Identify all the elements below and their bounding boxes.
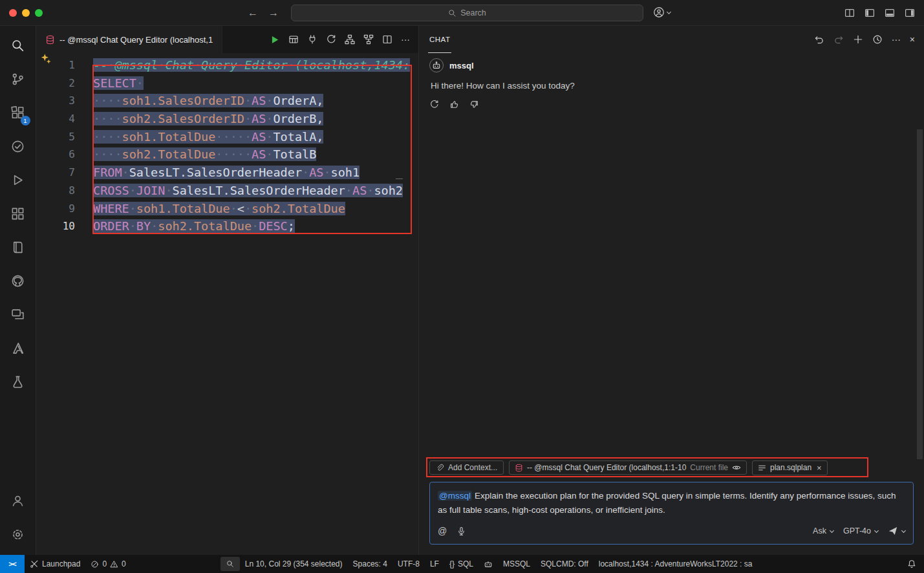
- sidebar-item-azure[interactable]: [3, 331, 34, 365]
- language-mode[interactable]: {} SQL: [444, 555, 478, 573]
- sidebar-item-book[interactable]: [3, 230, 34, 264]
- close-window-button[interactable]: [9, 9, 17, 17]
- estimated-plan-icon[interactable]: [326, 34, 336, 45]
- results-grid-icon[interactable]: [288, 34, 299, 45]
- chat-message: mssql Hi there! How can I assist you tod…: [429, 58, 914, 109]
- go-back-button[interactable]: ←: [248, 7, 258, 19]
- search-icon: [448, 9, 457, 17]
- model-selector[interactable]: GPT-4o: [843, 526, 878, 535]
- sidebar-item-github[interactable]: [3, 264, 34, 297]
- regenerate-icon[interactable]: [429, 100, 439, 109]
- toggle-primary-sidebar-icon[interactable]: [865, 8, 875, 18]
- new-chat-icon[interactable]: [853, 34, 863, 45]
- sidebar-item-extensions[interactable]: 1: [3, 96, 34, 129]
- copilot-status[interactable]: [478, 555, 498, 573]
- error-icon: [91, 560, 99, 568]
- accounts-icon: [11, 494, 25, 508]
- remote-indicator[interactable]: ><: [0, 555, 25, 573]
- redo-icon[interactable]: [833, 34, 844, 45]
- indentation[interactable]: Spaces: 4: [348, 555, 392, 573]
- copilot-sparkle-icon[interactable]: [40, 53, 52, 67]
- line-number: 4: [36, 110, 75, 128]
- message-actions: [429, 100, 914, 109]
- launchpad-item[interactable]: Launchpad: [25, 555, 85, 573]
- mention-button[interactable]: @: [438, 526, 447, 535]
- mode-selector[interactable]: Ask: [813, 526, 833, 535]
- chat-input-controls: @ Ask GPT-4o: [438, 523, 905, 539]
- chat-input[interactable]: @mssqlExplain the execution plan for the…: [429, 482, 914, 545]
- database-icon: [45, 35, 55, 45]
- eol[interactable]: LF: [425, 555, 444, 573]
- go-forward-button[interactable]: →: [268, 7, 279, 19]
- problems-item[interactable]: 0 0: [85, 555, 131, 573]
- chat-scrollbar[interactable]: [917, 129, 923, 459]
- sidebar-item-checklist[interactable]: [3, 129, 34, 163]
- chat-prompt-text[interactable]: @mssqlExplain the execution plan for the…: [438, 489, 905, 517]
- database-icon: [515, 464, 523, 472]
- sidebar-item-remote-explorer[interactable]: [3, 297, 34, 331]
- code-line: ····soh1.SalesOrderID·AS·OrderA,: [93, 92, 418, 110]
- connection-status[interactable]: localhost,1434 : AdventureWorksLT2022 : …: [594, 555, 758, 573]
- encoding[interactable]: UTF-8: [392, 555, 425, 573]
- sidebar-item-search[interactable]: [3, 28, 34, 62]
- editor-tab-bar: -- @mssql Chat Query Editor (localhost,1…: [36, 26, 418, 53]
- undo-icon[interactable]: [814, 34, 824, 45]
- search-placeholder: Search: [460, 8, 486, 17]
- run-query-button[interactable]: [269, 34, 280, 45]
- zoom-indicator[interactable]: [220, 557, 240, 571]
- code-line: --·@mssql·Chat·Query·Editor·(localhost,1…: [93, 56, 418, 74]
- accounts-button[interactable]: [3, 484, 34, 517]
- add-context-label: Add Context...: [448, 463, 497, 472]
- context-chip-current-file[interactable]: -- @mssql Chat Query Editor (localhost,1…: [509, 460, 747, 475]
- language-label: SQL: [458, 559, 473, 568]
- status-bar: >< Launchpad 0 0 Ln 10, Col 29 (354 sele…: [0, 555, 924, 573]
- thumbs-up-icon[interactable]: [449, 100, 459, 109]
- blocks-grid-icon: [11, 207, 25, 221]
- line-number: 10: [36, 217, 75, 235]
- sidebar-item-blocks[interactable]: [3, 197, 34, 230]
- schema-hierarchy-icon[interactable]: [345, 34, 355, 45]
- sqlcmd-status[interactable]: SQLCMD: Off: [535, 555, 594, 573]
- cursor-position[interactable]: Ln 10, Col 29 (354 selected): [240, 555, 348, 573]
- more-actions-button[interactable]: ···: [401, 35, 410, 44]
- account-menu[interactable]: [653, 6, 671, 18]
- minimize-window-button[interactable]: [22, 9, 30, 17]
- settings-button[interactable]: [3, 517, 34, 551]
- layout-columns-icon[interactable]: [844, 8, 855, 18]
- sidebar-item-run-and-debug[interactable]: [3, 163, 34, 197]
- braces-icon: {}: [449, 559, 455, 568]
- zoom-window-button[interactable]: [35, 9, 43, 17]
- sidebar-item-source-control[interactable]: [3, 62, 34, 96]
- toggle-panel-icon[interactable]: [885, 8, 895, 18]
- code-editor[interactable]: 12345678910 --·@mssql·Chat·Query·Editor·…: [36, 53, 418, 555]
- send-button[interactable]: [888, 526, 905, 536]
- mssql-status[interactable]: MSSQL: [498, 555, 535, 573]
- close-panel-button[interactable]: ×: [910, 35, 915, 44]
- split-editor-icon[interactable]: [382, 34, 392, 45]
- remove-chip-button[interactable]: ×: [817, 463, 822, 473]
- send-icon: [888, 526, 898, 536]
- chevron-down-icon: [901, 528, 906, 532]
- connection-plug-icon[interactable]: [307, 34, 317, 45]
- query-plan-icon[interactable]: [363, 34, 374, 45]
- code-lines: --·@mssql·Chat·Query·Editor·(localhost,1…: [93, 56, 418, 555]
- eye-icon[interactable]: [732, 463, 741, 472]
- sidebar-item-flask[interactable]: [3, 365, 34, 398]
- history-icon[interactable]: [872, 34, 883, 45]
- editor-tab[interactable]: -- @mssql Chat Query Editor (localhost,1: [36, 26, 222, 53]
- code-line: CROSS·JOIN·SalesLT.SalesOrderHeader·AS·s…: [93, 182, 418, 200]
- toggle-secondary-sidebar-icon[interactable]: [905, 8, 915, 18]
- tab-chat[interactable]: CHAT: [428, 26, 451, 53]
- chevron-down-icon: [667, 9, 671, 14]
- line-number: 3: [36, 92, 75, 110]
- more-actions-button[interactable]: ···: [892, 35, 901, 44]
- mention-chip: @mssql: [438, 491, 472, 501]
- thumbs-down-icon[interactable]: [469, 100, 479, 109]
- notifications-bell[interactable]: [902, 555, 924, 573]
- context-chip-sqlplan[interactable]: plan.sqlplan ×: [752, 460, 828, 475]
- microphone-icon[interactable]: [457, 526, 466, 536]
- add-context-button[interactable]: Add Context...: [429, 460, 504, 475]
- warning-count: 0: [122, 559, 126, 568]
- paperclip-icon: [436, 464, 444, 472]
- command-center-search[interactable]: Search: [291, 5, 643, 21]
